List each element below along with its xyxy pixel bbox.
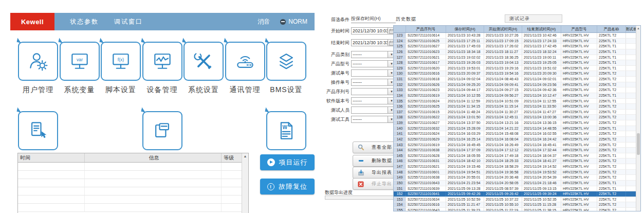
filter-input[interactable]: 2021/12/30 10:33 [351, 39, 388, 46]
table-row[interactable]: 150S2250721110106432021/11/24 21:23:5420… [394, 181, 640, 186]
table-row[interactable]: 155S2250721110106432021/11/25 11:39:2320… [394, 208, 640, 211]
table-row[interactable]: 141S2250721110106242021/11/24 16:03:2920… [394, 131, 640, 137]
table-row[interactable]: 137S2250721110106152021/11/24 11:48:2420… [394, 110, 640, 115]
scroll-up-icon[interactable]: ▲ [242, 153, 248, 159]
table-row[interactable]: 129S2250721110106202021/11/23 19:53:0120… [394, 66, 640, 72]
run-project-button[interactable]: 项目运行 [260, 154, 315, 170]
table-row[interactable]: 132S2250721110106262021/11/24 09:25:2020… [394, 82, 640, 88]
log-row[interactable] [18, 187, 248, 196]
table-cell: 2021/11/24 19:36:58 [484, 170, 522, 175]
table-cell: S225072111010617 [406, 60, 446, 65]
table-cell: 2021/11/24 16:25:14 [446, 137, 484, 142]
table-row[interactable]: 133S2250721110106232021/11/24 09:44:1720… [394, 87, 640, 93]
table-cell: S225072111010623 [406, 49, 446, 55]
table-row[interactable]: 136S2250721110106252021/11/24 11:34:1520… [394, 104, 640, 110]
column-header-3[interactable]: 开始测试时间(H) [484, 26, 522, 32]
table-cell: 225KTL T2 [597, 87, 626, 93]
table-row[interactable]: 148S2250721110106012021/11/24 19:54:5120… [394, 170, 640, 175]
filter-label: 产品序列号 [326, 88, 349, 95]
table-row[interactable]: 131S2250721110106182021/11/24 09:02:0420… [394, 77, 640, 82]
filter-input[interactable]: ------ [351, 97, 388, 104]
table-row[interactable]: 135S2250721110106242021/11/24 11:12:5920… [394, 99, 640, 104]
table-row[interactable]: 153S2250721110106342021/11/25 10:52:5920… [394, 197, 640, 203]
log-row[interactable] [18, 163, 248, 171]
table-cell: 225KTL T2 [597, 148, 626, 153]
filter-label: 测试人员 [326, 107, 349, 114]
scroll-up-icon[interactable]: ▲ [636, 26, 640, 31]
filter-input[interactable]: ------ [351, 79, 388, 86]
log-row[interactable] [18, 171, 248, 179]
log-scrollbar[interactable]: ▲ [242, 153, 248, 213]
table-cell: 2021/11/23 19:02:02 [446, 55, 484, 60]
column-header-4[interactable]: 结束测试时间(H) [522, 26, 561, 32]
launcher-item-script-settings[interactable]: f(x)脚本设置 [100, 42, 141, 95]
mute-button[interactable]: 消音 [257, 17, 270, 26]
table-row[interactable]: 145S2250721110106282021/11/24 18:05:5520… [394, 153, 640, 159]
table-cell: 2021/11/24 11:47:27 [522, 110, 561, 115]
tab-test-record[interactable]: 测试记录 [505, 14, 562, 23]
log-row[interactable] [18, 196, 248, 204]
table-row[interactable]: 154S2250721110106162021/11/25 11:21:4720… [394, 202, 640, 208]
launcher-item-bms-settings[interactable]: BMS设置 [266, 42, 307, 95]
log-row[interactable] [18, 204, 248, 212]
row-number-cell: 141 [394, 131, 406, 136]
table-row[interactable]: 138S2250721110106222021/11/24 13:01:5020… [394, 115, 640, 120]
filter-input[interactable]: 2021/12/30 10:03 [351, 27, 388, 34]
tab-history-data[interactable]: 历史数据 [396, 16, 416, 23]
table-row[interactable]: 123S2250721110106142021/11/23 10:43:2820… [394, 33, 640, 39]
table-cell: 2021/11/24 16:08:04 [484, 137, 522, 142]
table-row[interactable]: 124S2250721110106252021/11/23 17:25:1120… [394, 39, 640, 44]
table-row[interactable]: 126S2250721110106232021/11/23 18:34:1820… [394, 49, 640, 55]
column-header-0[interactable] [394, 26, 406, 32]
column-header-2[interactable]: 保存时间(H) [446, 26, 484, 32]
filter-input[interactable] [351, 106, 388, 114]
log-row[interactable] [18, 179, 248, 187]
table-scrollbar[interactable]: ▲ [636, 26, 640, 211]
table-cell: 2021/11/24 09:09:41 [484, 82, 522, 87]
tab-debug-window[interactable]: 调试窗口 [114, 17, 143, 26]
table-row[interactable]: 140S2250721110106322021/11/24 15:28:0920… [394, 126, 640, 132]
table-row[interactable]: 143S2250721110106192021/11/24 16:45:4520… [394, 143, 640, 148]
column-header-6[interactable]: 产品名称 [597, 26, 626, 32]
play-icon [267, 158, 275, 166]
launcher-item-comm-management[interactable]: 通讯管理 [225, 42, 266, 95]
launcher-item-user-management[interactable]: 用户管理 [17, 42, 59, 95]
table-row[interactable]: 142S2250721110106292021/11/24 16:25:1420… [394, 137, 640, 143]
scroll-thumb[interactable] [637, 133, 640, 155]
test-data-table: 产品序列号保存时间(H)开始测试时间(H)结束测试时间(H)产品型号产品名称测试… [393, 25, 641, 211]
table-row[interactable]: 149S2255721110106382021/11/24 20:55:0120… [394, 175, 640, 181]
filter-input[interactable] [351, 88, 388, 95]
filter-input[interactable] [351, 69, 388, 77]
filter-input[interactable]: ------ [351, 116, 388, 123]
fault-reset-button[interactable]: ! 故障复位 [260, 179, 315, 194]
filter-row-3: 产品类别------▼ [326, 50, 396, 59]
table-row[interactable]: 130S2250721110106162021/11/23 20:09:3720… [394, 71, 640, 77]
table-cell: 2021/11/24 20:36:48 [484, 175, 522, 180]
log-cell [85, 163, 222, 170]
table-row[interactable]: 147S2250721110106212021/11/24 19:15:4620… [394, 164, 640, 170]
table-row[interactable]: 139S2250721110106272021/11/24 13:37:5020… [394, 120, 640, 126]
table-cell: 2021/11/24 09:23:56 [522, 82, 561, 87]
launcher-item-system-settings[interactable]: 系统设置 [183, 42, 224, 95]
table-cell: 2021/11/23 17:45:03 [446, 44, 484, 49]
filter-mode-value[interactable]: 按保存时间(H) [351, 15, 396, 23]
table-row[interactable]: 144S2250721110106382021/11/24 17:37:0920… [394, 148, 640, 153]
launcher-item-system-variables[interactable]: var系统变量 [59, 42, 100, 95]
filter-input[interactable]: ------ [351, 60, 388, 67]
table-cell: 2021/11/24 17:32:44 [522, 148, 561, 153]
table-row[interactable]: 151S2250721110106392021/11/25 09:13:2820… [394, 186, 640, 192]
table-cell: 2021/11/23 17:24:33 [522, 39, 561, 44]
table-row[interactable]: 128S2250721110106172021/11/23 19:26:0320… [394, 60, 640, 66]
table-row[interactable]: 127S2250721110106212021/11/23 19:02:0220… [394, 55, 640, 61]
table-cell: S225072111010643 [406, 208, 446, 211]
table-cell: HRV225KTL HV [561, 170, 597, 175]
filter-input[interactable]: ------ [351, 51, 388, 58]
table-row[interactable]: 146S2250721110106312021/11/24 18:42:1020… [394, 158, 640, 164]
table-row[interactable]: 125S2250721110106272021/11/23 17:45:0320… [394, 44, 640, 49]
table-row[interactable]: 152S2250721110106412021/11/25 09:42:2620… [394, 191, 640, 197]
tab-status-params[interactable]: 状态参数 [70, 17, 99, 26]
launcher-item-device-management[interactable]: 设备管理 [142, 42, 183, 95]
column-header-1[interactable]: 产品序列号 [406, 26, 446, 32]
column-header-5[interactable]: 产品型号 [561, 26, 597, 32]
table-row[interactable]: 134S2250721110106192021/11/24 10:12:5520… [394, 93, 640, 99]
